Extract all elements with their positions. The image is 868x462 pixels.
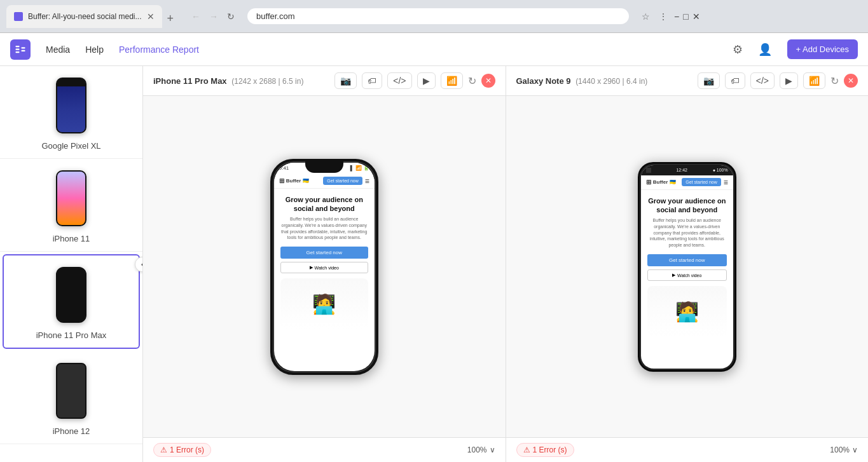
galaxy-status-bar: 12:42 ● 100% [641,165,733,175]
iphone-11-pro-max-panel: iPhone 11 Pro Max (1242 x 2688 | 6.5 in)… [143,66,506,462]
hero-btn-galaxy[interactable]: Get started now [647,254,727,266]
sidebar-item-iphone-11[interactable]: iPhone 11 [0,159,142,252]
settings-icon-btn[interactable]: ⚙ [733,43,743,57]
refresh-btn[interactable]: ↻ [224,10,237,23]
top-nav: Media Help Performance Report ⚙ 👤 + Add … [0,33,868,66]
phone-notch [305,161,343,173]
buffer-nav-galaxy: ⊞ Buffer 🇺🇦 Get started now ≡ [641,175,733,190]
menu-btn[interactable]: ⋮ [656,10,670,23]
galaxy-panel-footer: ⚠ 1 Error (s) 100% ∨ [506,437,869,462]
iphone-panel-tools: 📷 🏷 </> ▶ 📶 ↻ ✕ [334,72,495,89]
watch-btn-iphone[interactable]: ▶ Watch video [280,262,368,273]
content-area: iPhone 11 Pro Max (1242 x 2688 | 6.5 in)… [143,66,868,462]
phone-screen: 9:41 ▌ 📶 🔋 ⊞ Buffer 🇺🇦 Get started [274,163,375,371]
hero-text-galaxy: Buffer helps you build an audience organ… [647,217,727,248]
svg-rect-0 [16,46,20,47]
camera-tool-galaxy[interactable]: 📷 [698,72,720,89]
svg-rect-4 [22,50,25,51]
zoom-chevron-iphone: ∨ [490,445,495,454]
play-icon-iphone: ▶ [310,265,313,270]
galaxy-screen: 12:42 ● 100% ⊞ Buffer 🇺🇦 Get started [641,165,733,369]
nav-media[interactable]: Media [46,44,70,55]
browser-right-controls: ☆ ⋮ − □ ✕ [639,10,700,23]
active-tab[interactable]: Buffer: All-you-need social medi... ✕ [6,5,162,28]
sidebar-item-google-pixel-xl[interactable]: Google Pixel XL [0,66,142,159]
watch-label-galaxy: Watch video [677,273,701,278]
zoom-control-iphone[interactable]: 100% ∨ [467,445,495,454]
error-count-iphone: 1 Error (s) [170,445,204,454]
svg-rect-1 [16,48,20,50]
user-icon-btn[interactable]: 👤 [758,43,772,57]
add-devices-button[interactable]: + Add Devices [787,39,858,59]
hero-btn-iphone[interactable]: Get started now [280,247,368,259]
galaxy-panel-title: Galaxy Note 9 (1440 x 2960 | 6.4 in) [516,76,648,86]
svg-rect-3 [22,47,25,48]
illustration-galaxy: 🧑‍💻 [647,286,727,337]
panel-header-galaxy: Galaxy Note 9 (1440 x 2960 | 6.4 in) 📷 🏷… [506,66,869,96]
zoom-control-galaxy[interactable]: 100% ∨ [830,445,858,454]
iphone-11-label: iPhone 11 [8,234,135,243]
status-time: 9:41 [279,165,289,171]
galaxy-phone-mockup: 12:42 ● 100% ⊞ Buffer 🇺🇦 Get started [638,162,736,372]
nav-help[interactable]: Help [85,44,104,55]
buffer-cta-iphone[interactable]: Get started now [323,177,362,185]
forward-btn[interactable]: → [207,10,221,23]
watch-btn-galaxy[interactable]: ▶ Watch video [647,269,727,281]
wifi-tool-galaxy[interactable]: 📶 [803,72,825,89]
code-tool-galaxy[interactable]: </> [750,72,775,89]
buffer-logo-iphone: ⊞ Buffer 🇺🇦 [279,177,310,184]
new-tab-btn[interactable]: + [162,10,179,28]
svg-rect-2 [16,51,20,53]
galaxy-viewport: 12:42 ● 100% ⊞ Buffer 🇺🇦 Get started [506,96,869,437]
code-tool-iphone[interactable]: </> [387,72,411,89]
zoom-value-iphone: 100% [467,445,487,454]
window-close-btn[interactable]: ✕ [692,11,700,22]
iphone-resolution: (1242 x 2688 | 6.5 in) [231,77,303,86]
google-pixel-xl-thumb [56,78,86,133]
sidebar-item-iphone-11-pro-max[interactable]: iPhone 11 Pro Max [3,254,140,349]
buffer-cta-galaxy[interactable]: Get started now [682,178,720,186]
bookmark-btn[interactable]: ☆ [639,10,652,23]
nav-logo [10,39,31,60]
video-tool-galaxy[interactable]: ▶ [780,72,798,89]
hero-title-galaxy: Grow your audience on social and beyond [647,196,727,215]
video-tool-iphone[interactable]: ▶ [417,72,436,89]
iphone-panel-footer: ⚠ 1 Error (s) 100% ∨ [143,437,506,462]
iphone-phone-mockup: 9:41 ▌ 📶 🔋 ⊞ Buffer 🇺🇦 Get started [270,159,378,375]
hero-title-iphone: Grow your audience on social and beyond [280,195,368,214]
minimize-btn[interactable]: − [674,11,679,22]
close-btn-iphone[interactable]: ✕ [481,74,495,88]
refresh-btn-galaxy[interactable]: ↻ [830,75,839,87]
illustration-iphone: 🧑‍💻 [280,278,368,329]
zoom-value-galaxy: 100% [830,445,850,454]
tag-tool-galaxy[interactable]: 🏷 [725,72,745,89]
camera-tool-iphone[interactable]: 📷 [334,72,357,89]
iphone-panel-title: iPhone 11 Pro Max (1242 x 2688 | 6.5 in) [153,76,303,86]
iphone-12-label: iPhone 12 [8,426,135,436]
buffer-menu-iphone: ≡ [365,177,369,186]
close-btn-galaxy[interactable]: ✕ [844,74,858,88]
buffer-logo-galaxy: ⊞ Buffer 🇺🇦 [646,179,677,186]
url-display: buffer.com [256,11,294,21]
wifi-tool-iphone[interactable]: 📶 [441,72,463,89]
buffer-nav-iphone: ⊞ Buffer 🇺🇦 Get started now ≡ [274,174,375,189]
tag-tool-iphone[interactable]: 🏷 [362,72,382,89]
galaxy-punch [646,168,651,173]
buffer-hero-galaxy: Grow your audience on social and beyond … [641,190,733,341]
back-btn[interactable]: ← [189,10,203,23]
tab-favicon [14,12,23,21]
main-layout: Google Pixel XL iPhone 11 iPhone 11 Pro … [0,66,868,462]
sidebar-item-iphone-12[interactable]: iPhone 12 [0,351,142,444]
buffer-hero-iphone: Grow your audience on social and beyond … [274,189,375,334]
error-dot-iphone: ⚠ [160,445,167,454]
iphone-viewport: 9:41 ▌ 📶 🔋 ⊞ Buffer 🇺🇦 Get started [143,96,506,437]
address-bar[interactable]: buffer.com [247,8,629,24]
tab-close-btn[interactable]: ✕ [147,11,155,22]
panel-header-iphone: iPhone 11 Pro Max (1242 x 2688 | 6.5 in)… [143,66,506,96]
galaxy-time: 12:42 [676,168,687,172]
maximize-btn[interactable]: □ [683,11,688,22]
status-icons: ▌ 📶 🔋 [350,165,369,171]
refresh-btn-iphone[interactable]: ↻ [468,75,476,87]
nav-performance[interactable]: Performance Report [119,44,199,55]
hero-text-iphone: Buffer helps you build an audience organ… [280,216,368,241]
